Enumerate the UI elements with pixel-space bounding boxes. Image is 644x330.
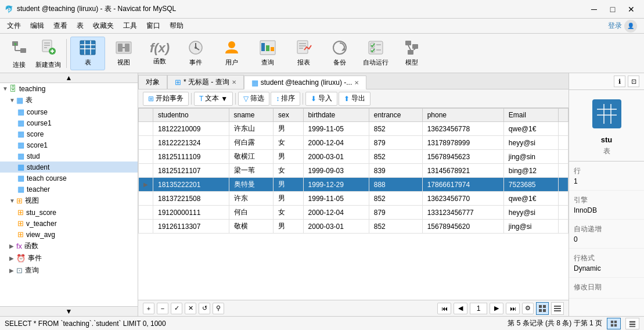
login-label[interactable]: 登录	[608, 21, 622, 31]
view-button[interactable]: 视图	[106, 37, 141, 70]
sidebar-scroll-up[interactable]: ▲	[0, 73, 138, 83]
table-row[interactable]: 19126113307敬横男2000-03-0185215678945620ji…	[139, 220, 569, 234]
minimize-button[interactable]: ─	[586, 3, 602, 15]
first-page-button[interactable]: ⏮	[437, 303, 451, 314]
tab-student-close[interactable]: ✕	[354, 80, 359, 86]
page-input[interactable]	[470, 303, 487, 314]
table-row[interactable]: 18122221324何白露女2000-12-0487913178978999h…	[139, 136, 569, 150]
expand-arrow: ▼	[2, 85, 9, 92]
sidebar-events-group[interactable]: ▶ ⏰ 事件	[0, 252, 138, 264]
right-panel-table-name: stu	[569, 133, 644, 146]
form-view-button[interactable]	[551, 302, 564, 315]
add-row-button[interactable]: +	[143, 303, 154, 314]
table-row[interactable]: 18122210009许东山男1999-11-0585213623456778q…	[139, 122, 569, 136]
function-button[interactable]: f(x) 函数	[142, 37, 177, 70]
sidebar-item-view-avg[interactable]: ⊞ view_avg	[0, 229, 138, 240]
status-list-view-button[interactable]	[625, 318, 639, 329]
report-icon	[295, 40, 312, 57]
svg-rect-53	[597, 104, 617, 124]
prev-page-button[interactable]: ◀	[454, 303, 467, 314]
sidebar-tables-group[interactable]: ▼ ▦ 表	[0, 94, 138, 106]
tab-student[interactable]: ▦ student @teaching (liruxu) -... ✕	[244, 76, 367, 89]
event-button[interactable]: 事件	[178, 37, 213, 70]
grid-view-button[interactable]	[536, 302, 549, 315]
sidebar-item-stu-score[interactable]: ⊞ stu_score	[0, 207, 138, 218]
menu-window[interactable]: 窗口	[142, 20, 165, 32]
import-button[interactable]: ⬇ 导入	[305, 92, 337, 106]
sidebar-item-stud[interactable]: ▦ stud	[0, 150, 138, 162]
detail-button[interactable]: ⊡	[628, 76, 639, 87]
sort-button[interactable]: ↕ 排序	[271, 92, 300, 106]
sidebar-item-student-label: student	[27, 163, 49, 171]
search-record-button[interactable]: ⚲	[213, 303, 224, 314]
tab-untitled-close[interactable]: ✕	[232, 79, 236, 85]
menu-tools[interactable]: 工具	[118, 20, 142, 32]
view-label: 视图	[117, 58, 130, 67]
tab-untitled-label: * 无标题 - 查询	[184, 77, 229, 87]
sidebar-functions-group[interactable]: ▶ fx 函数	[0, 240, 138, 252]
menu-edit[interactable]: 编辑	[26, 20, 49, 32]
view-v-teacher-icon: ⊞	[17, 219, 24, 228]
table-row[interactable]: ▶18135222201奥特曼男1999-12-2988817866617974…	[139, 178, 569, 192]
sidebar-scroll-down[interactable]: ▼	[0, 306, 138, 316]
refresh-button[interactable]: ↺	[199, 303, 210, 314]
begin-trans-button[interactable]: ⊞ 开始事务	[143, 92, 189, 106]
menu-favorites[interactable]: 收藏夹	[88, 20, 118, 32]
rowformat-value: Dynamic	[574, 264, 639, 272]
sidebar-db-teaching[interactable]: ▼ 🗄 teaching	[0, 83, 138, 94]
table-row[interactable]: 19120000111何白女2000-12-04879133123456777h…	[139, 206, 569, 220]
export-button[interactable]: ⬆ 导出	[339, 92, 370, 106]
sidebar-item-course[interactable]: ▦ course	[0, 106, 138, 117]
table-row[interactable]: 18125121107梁一苇女1999-09-0383913145678921b…	[139, 164, 569, 178]
model-button[interactable]: 模型	[394, 37, 429, 70]
table-button[interactable]: 表	[70, 37, 105, 70]
tab-untitled[interactable]: ⊞ * 无标题 - 查询 ✕	[167, 75, 244, 89]
sidebar-queries-group[interactable]: ▶ ⊡ 查询	[0, 264, 138, 277]
sidebar-item-v-teacher-label: v_teacher	[26, 220, 57, 228]
info-button[interactable]: ℹ	[614, 76, 625, 87]
query-button[interactable]: 查询	[250, 37, 285, 70]
filter-button[interactable]: ▽ 筛选	[238, 92, 269, 106]
col-sex[interactable]: sex	[274, 109, 304, 122]
confirm-button[interactable]: ✓	[171, 303, 182, 314]
col-entrance[interactable]: entrance	[369, 109, 422, 122]
col-birthdate[interactable]: birthdate	[303, 109, 369, 122]
next-page-button[interactable]: ▶	[490, 303, 503, 314]
report-button[interactable]: 报表	[286, 37, 321, 70]
maximize-button[interactable]: □	[605, 3, 621, 15]
table-row[interactable]: 18137221508许东男1999-11-0585213623456770qw…	[139, 192, 569, 206]
col-studentno[interactable]: studentno	[153, 109, 229, 122]
autorun-icon	[367, 40, 384, 57]
sidebar-item-teacher[interactable]: ▦ teacher	[0, 184, 138, 195]
tab-object[interactable]: 对象	[138, 75, 167, 89]
close-button[interactable]: ✕	[623, 3, 639, 15]
col-phone[interactable]: phone	[422, 109, 503, 122]
sidebar-item-course1[interactable]: ▦ course1	[0, 117, 138, 128]
menu-file[interactable]: 文件	[2, 20, 26, 32]
sidebar-item-teach-course[interactable]: ▦ teach course	[0, 173, 138, 184]
menu-help[interactable]: 帮助	[165, 20, 188, 32]
backup-button[interactable]: 备份	[322, 37, 357, 70]
menu-view[interactable]: 查看	[49, 20, 72, 32]
settings-button[interactable]: ⚙	[522, 303, 534, 314]
sidebar-views-group[interactable]: ▼ ⊞ 视图	[0, 195, 138, 207]
new-query-button[interactable]: 新建查询	[34, 37, 63, 70]
model-icon	[403, 40, 420, 57]
text-button[interactable]: T 文本 ▼	[194, 92, 233, 106]
table-row[interactable]: 18125111109敬横江男2000-03-0185215678945623j…	[139, 150, 569, 164]
sidebar-item-score[interactable]: ▦ score	[0, 128, 138, 139]
sidebar-item-student[interactable]: ▦ student	[0, 162, 138, 173]
col-email[interactable]: Email	[503, 109, 558, 122]
col-sname[interactable]: sname	[229, 109, 274, 122]
sidebar-item-v-teacher[interactable]: ⊞ v_teacher	[0, 218, 138, 229]
status-grid-view-button[interactable]	[607, 318, 621, 329]
autorun-button[interactable]: 自动运行	[358, 37, 393, 70]
connect-button[interactable]: 连接	[5, 37, 34, 70]
grid-view-icon	[538, 304, 546, 313]
cancel-edit-button[interactable]: ✕	[185, 303, 196, 314]
sidebar-item-score1[interactable]: ▦ score1	[0, 139, 138, 150]
last-page-button[interactable]: ⏭	[506, 303, 520, 314]
delete-row-button[interactable]: −	[157, 303, 168, 314]
menu-table[interactable]: 表	[72, 20, 88, 32]
user-button[interactable]: 用户	[214, 37, 249, 70]
